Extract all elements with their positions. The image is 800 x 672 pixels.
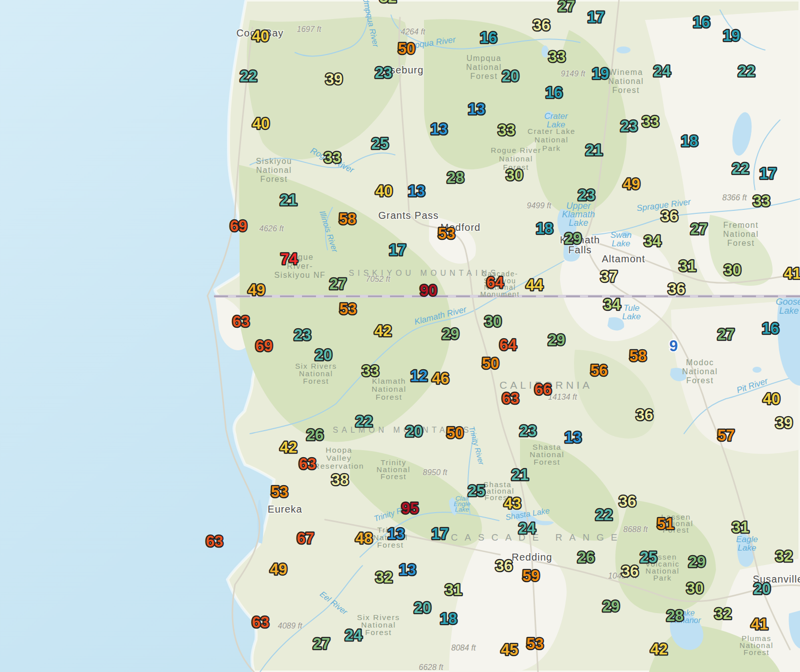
elevation-label: 9149 ft	[561, 69, 586, 78]
station-value-22: 22	[732, 160, 749, 177]
station-value-36: 36	[533, 16, 550, 34]
winema-nf: WinemaNationalForest	[608, 68, 644, 94]
station-value-36: 36	[622, 563, 638, 580]
station-value-17: 17	[588, 8, 604, 26]
station-value-34: 34	[604, 296, 621, 313]
station-value-69: 69	[256, 337, 272, 355]
station-value-50: 50	[482, 355, 499, 372]
station-value-44: 44	[526, 276, 544, 294]
station-value-43: 43	[504, 495, 521, 512]
station-value-13: 13	[388, 525, 404, 543]
eagle-lake: EagleLake	[736, 535, 758, 553]
plumas-nf: PlumasNationalForest	[740, 634, 774, 657]
station-value-66: 66	[534, 381, 552, 398]
station-value-36: 36	[668, 280, 685, 298]
eureka: Eureka	[268, 504, 302, 515]
station-value-29: 29	[442, 325, 459, 343]
station-value-21: 21	[280, 191, 297, 209]
station-value-13: 13	[408, 182, 425, 200]
station-value-29: 29	[564, 230, 582, 247]
station-value-27: 27	[718, 326, 734, 343]
station-value-22: 22	[240, 67, 257, 85]
station-value-23: 23	[294, 326, 311, 344]
station-value-49: 49	[248, 281, 265, 299]
station-value-13: 13	[399, 561, 416, 579]
station-value-30: 30	[506, 166, 523, 184]
station-value-20: 20	[502, 67, 519, 85]
station-value-22: 22	[596, 506, 612, 524]
station-value-36: 36	[661, 207, 678, 225]
trinity-nf-north: TrinityNationalForest	[376, 458, 410, 481]
station-value-20: 20	[406, 423, 422, 440]
elevation-label: 1697 ft	[297, 25, 322, 33]
station-value-39: 39	[776, 414, 792, 432]
station-value-26: 26	[578, 549, 594, 566]
station-value-22: 22	[738, 62, 755, 80]
station-value-40: 40	[763, 390, 780, 408]
station-value-64: 64	[500, 336, 517, 354]
station-value-32: 32	[380, 0, 396, 6]
station-value-63: 63	[206, 533, 223, 550]
umpqua-nf: UmpquaNationalForest	[466, 54, 502, 80]
station-value-36: 36	[619, 493, 636, 510]
station-value-50: 50	[446, 424, 464, 442]
station-value-19: 19	[592, 65, 609, 82]
station-value-16: 16	[546, 84, 562, 101]
station-value-32: 32	[376, 569, 392, 586]
station-value-28: 28	[666, 607, 684, 625]
station-value-31: 31	[732, 519, 749, 536]
elevation-label: 14134 ft	[548, 393, 577, 401]
station-value-53: 53	[438, 225, 455, 242]
station-value-67: 67	[297, 530, 314, 547]
elevation-label: 4089 ft	[278, 622, 302, 630]
station-value-30: 30	[724, 261, 741, 279]
station-value-63: 63	[502, 390, 519, 407]
station-value-25: 25	[372, 135, 388, 152]
station-value-53: 53	[340, 300, 356, 318]
tule-lake: TuleLake	[622, 303, 641, 321]
station-value-40: 40	[376, 182, 392, 200]
station-value-23: 23	[578, 186, 595, 204]
station-value-33: 33	[753, 192, 770, 210]
station-value-63: 63	[232, 313, 250, 330]
station-value-57: 57	[718, 427, 734, 444]
station-value-20: 20	[315, 346, 332, 364]
elevation-label: 7052 ft	[366, 275, 390, 283]
station-value-40: 40	[252, 115, 270, 132]
station-value-30: 30	[686, 580, 704, 597]
station-value-29: 29	[602, 598, 620, 615]
station-value-46: 46	[432, 370, 449, 387]
station-value-51: 51	[657, 515, 674, 533]
station-value-74: 74	[280, 250, 298, 268]
altamont: Altamont	[602, 253, 646, 264]
fremont-nf: FremontNationalForest	[723, 221, 759, 247]
station-value-63: 63	[299, 455, 316, 473]
station-value-40: 40	[252, 27, 269, 45]
swan-lake: SwanLake	[610, 230, 632, 248]
station-value-24: 24	[654, 62, 671, 80]
station-value-17: 17	[432, 525, 448, 543]
station-value-53: 53	[271, 483, 288, 501]
station-value-33: 33	[642, 113, 659, 130]
station-value-18: 18	[536, 220, 553, 237]
station-value-18: 18	[440, 610, 457, 628]
station-value-42: 42	[374, 322, 392, 340]
map-canvas[interactable]: SISKIYOU MOUNTAINSSALMON MOUNTAINSCASCAD…	[0, 0, 800, 672]
elevation-label: 4626 ft	[260, 224, 284, 233]
station-value-39: 39	[326, 70, 342, 88]
grants-pass: Grants Pass	[378, 210, 438, 221]
elevation-label: 8084 ft	[452, 644, 476, 652]
station-value-23: 23	[375, 64, 392, 81]
cascade-range: CASCADE RANGE	[451, 532, 624, 543]
station-value-16: 16	[480, 29, 497, 46]
station-value-49: 49	[270, 561, 287, 578]
station-value-31: 31	[679, 257, 696, 275]
station-value-33: 33	[498, 121, 515, 139]
station-value-90: 90	[420, 282, 437, 299]
elevation-label: 9499 ft	[527, 201, 552, 210]
station-value-17: 17	[389, 241, 406, 259]
weather-gust-map[interactable]: SISKIYOU MOUNTAINSSALMON MOUNTAINSCASCAD…	[0, 0, 800, 672]
station-value-64: 64	[486, 274, 504, 291]
station-value-36: 36	[636, 406, 653, 424]
station-value-20: 20	[754, 580, 770, 598]
